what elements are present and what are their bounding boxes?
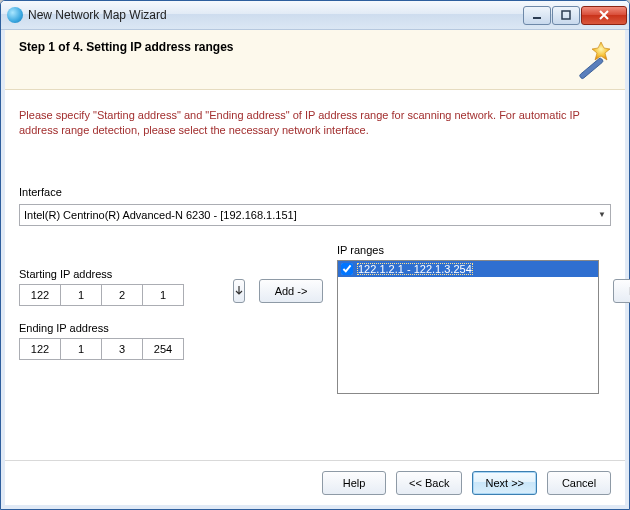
titlebar: New Network Map Wizard bbox=[1, 1, 629, 30]
ip-config-row: Starting IP address Ending IP address bbox=[19, 244, 611, 394]
help-button[interactable]: Help bbox=[322, 471, 386, 495]
ending-ip-octet-2[interactable] bbox=[60, 338, 102, 360]
interface-label: Interface bbox=[19, 186, 611, 198]
delete-button[interactable]: Delete bbox=[613, 279, 630, 303]
ranges-column: IP ranges 122.1.2.1 - 122.1.3.254 bbox=[337, 244, 599, 394]
add-column: Add -> bbox=[259, 279, 323, 303]
starting-ip-octet-4[interactable] bbox=[142, 284, 184, 306]
svg-rect-1 bbox=[562, 11, 570, 19]
ip-range-item[interactable]: 122.1.2.1 - 122.1.3.254 bbox=[338, 261, 598, 277]
step-title: Step 1 of 4. Setting IP address ranges bbox=[19, 40, 611, 54]
ip-range-checkbox[interactable] bbox=[341, 263, 353, 275]
next-button[interactable]: Next >> bbox=[472, 471, 537, 495]
close-button[interactable] bbox=[581, 6, 627, 25]
maximize-icon bbox=[561, 10, 571, 20]
ip-ranges-listbox[interactable]: 122.1.2.1 - 122.1.3.254 bbox=[337, 260, 599, 394]
ip-entry-column: Starting IP address Ending IP address bbox=[19, 244, 219, 360]
maximize-button[interactable] bbox=[552, 6, 580, 25]
chevron-down-icon: ▼ bbox=[598, 210, 606, 219]
starting-ip-octet-3[interactable] bbox=[101, 284, 143, 306]
back-button[interactable]: << Back bbox=[396, 471, 462, 495]
minimize-button[interactable] bbox=[523, 6, 551, 25]
wizard-wand-icon bbox=[571, 36, 615, 80]
wizard-header: Step 1 of 4. Setting IP address ranges bbox=[5, 30, 625, 90]
ending-ip-octet-1[interactable] bbox=[19, 338, 61, 360]
interface-section: Interface bbox=[19, 186, 611, 198]
ip-range-text: 122.1.2.1 - 122.1.3.254 bbox=[357, 263, 473, 275]
instruction-text: Please specify "Starting address" and "E… bbox=[19, 108, 611, 138]
swap-arrow-icon bbox=[234, 285, 244, 297]
add-button[interactable]: Add -> bbox=[259, 279, 323, 303]
starting-ip-block: Starting IP address bbox=[19, 244, 219, 306]
starting-ip-label: Starting IP address bbox=[19, 268, 219, 280]
interface-dropdown[interactable]: Intel(R) Centrino(R) Advanced-N 6230 - [… bbox=[19, 204, 611, 226]
delete-column: Delete bbox=[613, 279, 630, 303]
svg-rect-2 bbox=[579, 57, 604, 79]
starting-ip-octet-1[interactable] bbox=[19, 284, 61, 306]
cancel-button[interactable]: Cancel bbox=[547, 471, 611, 495]
wizard-footer: Help << Back Next >> Cancel bbox=[5, 460, 625, 505]
wizard-window: New Network Map Wizard Step 1 of 4. Sett… bbox=[0, 0, 630, 510]
client-area: Step 1 of 4. Setting IP address ranges P… bbox=[1, 30, 629, 509]
ending-ip-octet-4[interactable] bbox=[142, 338, 184, 360]
window-controls bbox=[522, 6, 627, 25]
ending-ip-octet-3[interactable] bbox=[101, 338, 143, 360]
minimize-icon bbox=[532, 10, 542, 20]
starting-ip-octet-2[interactable] bbox=[60, 284, 102, 306]
ending-ip-label: Ending IP address bbox=[19, 322, 219, 334]
swap-button[interactable] bbox=[233, 279, 245, 303]
content-area: Please specify "Starting address" and "E… bbox=[5, 90, 625, 460]
ending-ip-inputs bbox=[19, 338, 219, 360]
starting-ip-inputs bbox=[19, 284, 219, 306]
svg-rect-0 bbox=[533, 17, 541, 19]
ip-ranges-label: IP ranges bbox=[337, 244, 599, 256]
close-icon bbox=[598, 9, 610, 21]
ending-ip-block: Ending IP address bbox=[19, 322, 219, 360]
app-icon bbox=[7, 7, 23, 23]
interface-selected-value: Intel(R) Centrino(R) Advanced-N 6230 - [… bbox=[24, 209, 297, 221]
window-title: New Network Map Wizard bbox=[28, 8, 522, 22]
